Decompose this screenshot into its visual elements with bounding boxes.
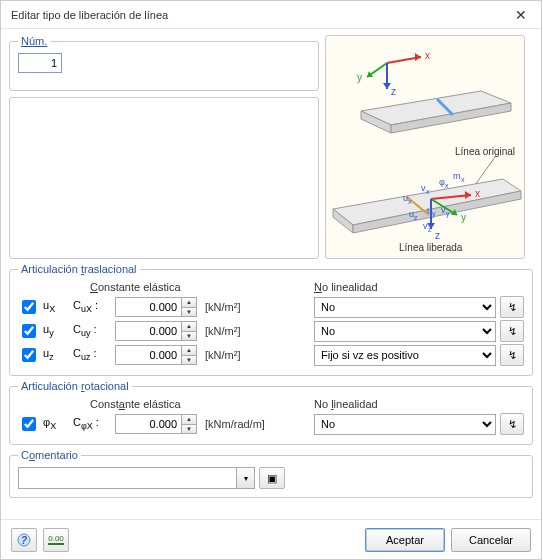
help-button[interactable]: ? xyxy=(11,528,37,552)
svg-text:z: z xyxy=(414,214,418,221)
spin-down-icon[interactable]: ▼ xyxy=(182,425,196,434)
top-left-column: Núm. xyxy=(9,35,319,259)
clabel-uy: Cuy : xyxy=(73,323,111,338)
svg-text:m: m xyxy=(453,171,461,181)
description-panel xyxy=(9,97,319,259)
pick-icon: ▣ xyxy=(267,472,277,485)
number-legend: Núm. xyxy=(18,35,50,47)
input-cuz[interactable] xyxy=(115,345,181,365)
nl-header-rot: No linealidad xyxy=(314,398,524,412)
spin-up-icon[interactable]: ▲ xyxy=(182,298,196,308)
top-row: Núm. x y z xyxy=(9,35,533,259)
comment-pick-button[interactable]: ▣ xyxy=(259,467,285,489)
release-diagram-svg: x y z L xyxy=(327,37,523,257)
label-phix: φX xyxy=(43,416,69,431)
comment-group: Comentario ▾ ▣ xyxy=(9,449,533,498)
svg-text:x: x xyxy=(461,176,465,183)
const-header-trans: Constante elástica xyxy=(18,281,304,295)
clabel-phix: CφX : xyxy=(73,416,111,431)
graph-icon: ↯ xyxy=(508,349,517,362)
input-cuy[interactable] xyxy=(115,321,181,341)
comment-legend: Comentario xyxy=(18,449,81,461)
unit-uz: [kN/m²] xyxy=(201,349,273,361)
cancel-button[interactable]: Cancelar xyxy=(451,528,531,552)
check-uz[interactable] xyxy=(22,348,36,362)
nl-edit-phix[interactable]: ↯ xyxy=(500,413,524,435)
graph-icon: ↯ xyxy=(508,301,517,314)
label-ux: uX xyxy=(43,299,69,314)
diagram-label-released: Línea liberada xyxy=(399,242,463,253)
nl-select-uy[interactable]: No xyxy=(314,321,496,342)
nl-edit-uz[interactable]: ↯ xyxy=(500,344,524,366)
spin-phix[interactable]: ▲▼ xyxy=(115,414,197,434)
nl-edit-uy[interactable]: ↯ xyxy=(500,320,524,342)
graph-icon: ↯ xyxy=(508,325,517,338)
const-header-rot: Constante elástica xyxy=(18,398,304,412)
close-button[interactable]: ✕ xyxy=(501,1,541,29)
svg-marker-1 xyxy=(415,53,421,61)
row-ux: uX CuX : ▲▼ [kN/m²] xyxy=(18,295,304,319)
rotational-group: Articulación rotacional Constante elásti… xyxy=(9,380,533,445)
svg-text:y: y xyxy=(446,210,450,218)
number-input[interactable] xyxy=(18,53,62,73)
titlebar: Editar tipo de liberación de línea ✕ xyxy=(1,1,541,29)
svg-text:x: x xyxy=(445,182,449,189)
svg-text:y: y xyxy=(461,212,466,223)
spin-uy[interactable]: ▲▼ xyxy=(115,321,197,341)
comment-combo[interactable]: ▾ xyxy=(18,467,255,489)
content-area: Núm. x y z xyxy=(1,29,541,519)
clabel-ux: CuX : xyxy=(73,299,111,314)
nl-select-phix[interactable]: No xyxy=(314,414,496,435)
ok-button[interactable]: Aceptar xyxy=(365,528,445,552)
spin-down-icon[interactable]: ▼ xyxy=(182,308,196,317)
spin-up-icon[interactable]: ▲ xyxy=(182,346,196,356)
svg-marker-7 xyxy=(383,83,391,89)
nl-select-uz[interactable]: Fijo si vz es positivo xyxy=(314,345,496,366)
translational-group: Articulación traslacional Constante elás… xyxy=(9,263,533,376)
diagram-label-original: Línea original xyxy=(455,146,515,157)
rotational-legend: Articulación rotacional xyxy=(18,380,132,392)
chevron-down-icon[interactable]: ▾ xyxy=(236,468,254,488)
input-cphix[interactable] xyxy=(115,414,181,434)
units-icon: 0.00 xyxy=(48,535,64,545)
check-phix[interactable] xyxy=(22,417,36,431)
input-cux[interactable] xyxy=(115,297,181,317)
svg-text:z: z xyxy=(435,230,440,241)
svg-text:x: x xyxy=(475,188,480,199)
spin-down-icon[interactable]: ▼ xyxy=(182,356,196,365)
spin-ux[interactable]: ▲▼ xyxy=(115,297,197,317)
svg-text:y: y xyxy=(432,210,436,218)
svg-text:x: x xyxy=(408,198,412,205)
unit-ux: [kN/m²] xyxy=(201,301,273,313)
svg-text:x: x xyxy=(426,188,430,195)
comment-input[interactable] xyxy=(19,468,236,488)
spin-up-icon[interactable]: ▲ xyxy=(182,322,196,332)
translational-legend: Articulación traslacional xyxy=(18,263,140,275)
unit-phix: [kNm/rad/m] xyxy=(201,418,273,430)
units-button[interactable]: 0.00 xyxy=(43,528,69,552)
svg-text:?: ? xyxy=(21,535,27,546)
nl-edit-ux[interactable]: ↯ xyxy=(500,296,524,318)
footer: ? 0.00 Aceptar Cancelar xyxy=(1,519,541,559)
spin-uz[interactable]: ▲▼ xyxy=(115,345,197,365)
graph-icon: ↯ xyxy=(508,418,517,431)
spin-up-icon[interactable]: ▲ xyxy=(182,415,196,425)
clabel-uz: Cuz : xyxy=(73,347,111,362)
svg-text:z: z xyxy=(428,226,432,233)
row-uy: uy Cuy : ▲▼ [kN/m²] xyxy=(18,319,304,343)
svg-text:z: z xyxy=(391,86,396,97)
close-icon: ✕ xyxy=(515,7,527,23)
label-uy: uy xyxy=(43,323,69,338)
row-uz: uz Cuz : ▲▼ [kN/m²] xyxy=(18,343,304,367)
row-phix: φX CφX : ▲▼ [kNm/rad/m] xyxy=(18,412,304,436)
check-uy[interactable] xyxy=(22,324,36,338)
diagram-panel: x y z L xyxy=(325,35,525,259)
nl-header-trans: No linealidad xyxy=(314,281,524,295)
check-ux[interactable] xyxy=(22,300,36,314)
dialog-window: Editar tipo de liberación de línea ✕ Núm… xyxy=(0,0,542,560)
spin-down-icon[interactable]: ▼ xyxy=(182,332,196,341)
number-group: Núm. xyxy=(9,35,319,91)
help-icon: ? xyxy=(16,532,32,548)
svg-text:x: x xyxy=(425,50,430,61)
nl-select-ux[interactable]: No xyxy=(314,297,496,318)
